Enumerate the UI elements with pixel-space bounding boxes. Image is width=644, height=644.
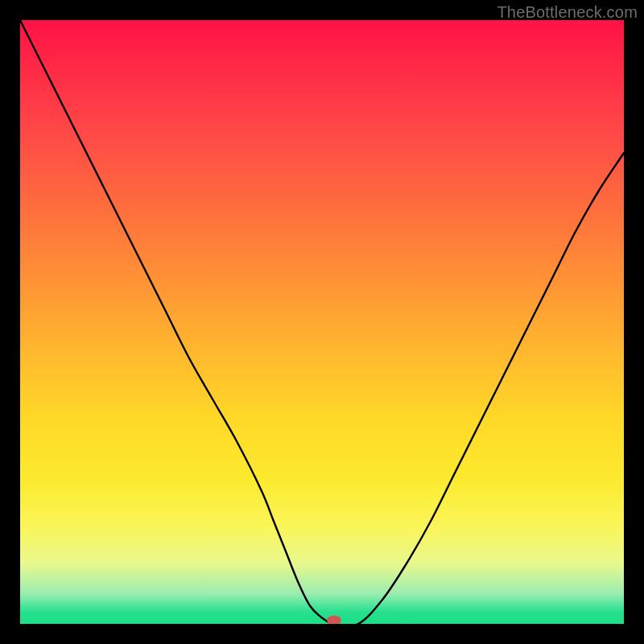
watermark-text: TheBottleneck.com	[497, 3, 638, 22]
plot-area	[20, 20, 624, 624]
curve-svg	[20, 20, 624, 624]
bottleneck-curve	[20, 20, 624, 624]
minimum-marker	[327, 616, 341, 625]
chart-stage: TheBottleneck.com	[0, 0, 644, 644]
